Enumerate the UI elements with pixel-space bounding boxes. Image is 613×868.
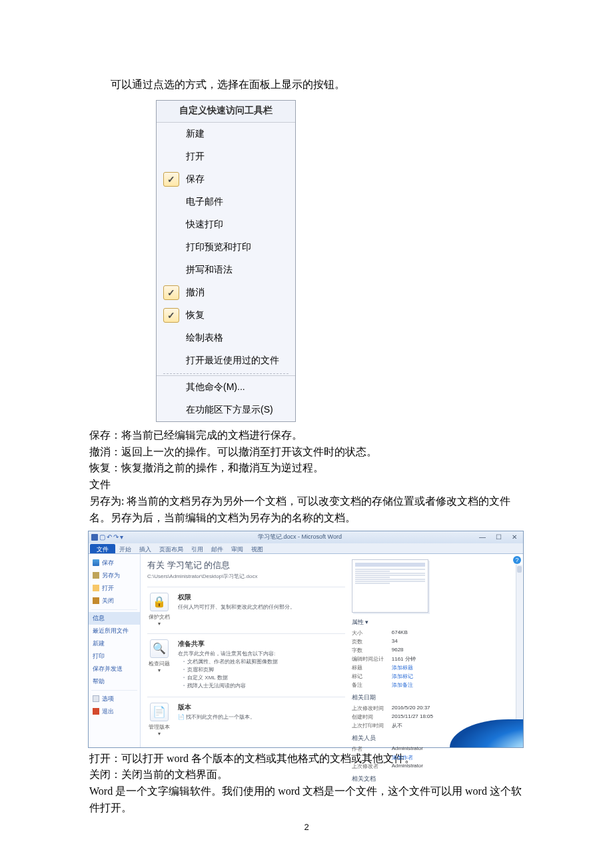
panel-versions: 📄 管理版本 ▾ 版本 📄 找不到此文件的上一个版本。 <box>147 697 345 737</box>
qat-label: 其他命令(M)... <box>186 381 245 393</box>
add-author-link[interactable]: 添加作者 <box>392 754 413 761</box>
nav-new[interactable]: 新建 <box>89 637 140 650</box>
versions-title: 版本 <box>178 703 345 712</box>
qat-redo-icon[interactable]: ↷ <box>113 533 119 541</box>
word-app-icon <box>91 534 98 541</box>
qat-item-printpreview[interactable]: 打印预览和打印 <box>157 236 295 259</box>
qat-item-new[interactable]: 新建 <box>157 123 295 145</box>
tab-insert[interactable]: 插入 <box>135 544 155 553</box>
qat-save-icon[interactable]: ▢ <box>99 533 105 541</box>
qat-item-email[interactable]: 电子邮件 <box>157 191 295 213</box>
tab-references[interactable]: 引用 <box>187 544 207 553</box>
qat-item-save[interactable]: ✓ 保存 <box>157 168 295 191</box>
qat-title: 自定义快速访问工具栏 <box>157 101 295 123</box>
prepare-item: 文档属性、作者的姓名和裁剪图像数据 <box>183 658 345 666</box>
protect-document-button[interactable]: 🔒 <box>150 593 169 611</box>
folder-close-icon <box>93 597 99 604</box>
help-icon[interactable]: ? <box>513 556 521 564</box>
versions-icon: 📄 <box>153 705 166 718</box>
qat-label: 打开最近使用过的文件 <box>186 355 279 367</box>
info-heading: 有关 学习笔记 的信息 <box>147 559 345 571</box>
qat-label: 在功能区下方显示(S) <box>186 404 273 416</box>
tab-file[interactable]: 文件 <box>90 544 115 553</box>
word-window: ▢ ↶ ↷ ▾ 学习笔记.docx - Microsoft Word — ☐ ✕… <box>88 531 524 748</box>
qat-label: 撤消 <box>186 287 205 299</box>
nav-info[interactable]: 信息 <box>89 612 140 625</box>
check-issues-button[interactable]: 🔍 <box>150 639 169 658</box>
add-title-link[interactable]: 添加标题 <box>392 664 413 671</box>
qat-show-below[interactable]: 在功能区下方显示(S) <box>157 399 295 421</box>
intro-line: 可以通过点选的方式，选择在面板上显示的按钮。 <box>89 77 524 93</box>
check-icon: ✓ <box>163 308 179 323</box>
check-icon: ✓ <box>163 172 179 187</box>
nav-help[interactable]: 帮助 <box>89 675 140 688</box>
backstage-nav: 保存 另存为 打开 关闭 信息 最近所用文件 新建 打印 保存并发送 帮助 选项… <box>89 554 141 747</box>
qat-label: 快速打印 <box>186 219 223 231</box>
exit-icon <box>93 708 99 715</box>
add-tag-link[interactable]: 添加标记 <box>392 673 413 680</box>
qat-undo-icon[interactable]: ↶ <box>107 533 112 541</box>
titlebar: ▢ ↶ ↷ ▾ 学习笔记.docx - Microsoft Word — ☐ ✕ <box>89 531 523 543</box>
qat-item-drawtable[interactable]: 绘制表格 <box>157 327 295 349</box>
permissions-title: 权限 <box>178 593 345 602</box>
nav-share[interactable]: 保存并发送 <box>89 663 140 675</box>
ribbon-tabstrip: 文件 开始 插入 页面布局 引用 邮件 审阅 视图 <box>89 543 523 554</box>
nav-close[interactable]: 关闭 <box>89 595 140 607</box>
dates-label: 相关日期 <box>352 693 516 702</box>
close-button[interactable]: ✕ <box>508 533 520 541</box>
nav-saveas[interactable]: 另存为 <box>89 569 140 582</box>
save-disk-icon <box>93 559 99 566</box>
tab-review[interactable]: 审阅 <box>227 544 247 553</box>
folder-open-icon <box>93 585 99 591</box>
tab-layout[interactable]: 页面布局 <box>155 544 187 553</box>
page-number: 2 <box>0 822 613 832</box>
panel-permissions: 🔒 保护文档 ▾ 权限 任何人均可打开、复制和更改此文档的任何部分。 <box>147 587 345 627</box>
nav-exit[interactable]: 退出 <box>89 705 140 718</box>
explain-saveas: 另存为: 将当前的文档另存为另外一个文档，可以改变文档的存储位置或者修改文档的文… <box>89 493 524 527</box>
qat-label: 恢复 <box>186 309 205 321</box>
tab-view[interactable]: 视图 <box>247 544 267 553</box>
qat-item-redo[interactable]: ✓ 恢复 <box>157 304 295 327</box>
qat-label: 打印预览和打印 <box>186 241 251 253</box>
nav-open[interactable]: 打开 <box>89 582 140 595</box>
qat-item-recent[interactable]: 打开最近使用过的文件 <box>157 349 295 372</box>
qat-more-commands[interactable]: 其他命令(M)... <box>157 376 295 399</box>
prepare-item: 残障人士无法阅读的内容 <box>183 682 345 690</box>
prepare-item: 自定义 XML 数据 <box>183 674 345 682</box>
nav-options[interactable]: 选项 <box>89 693 140 705</box>
properties-label[interactable]: 属性 ▾ <box>352 618 516 627</box>
manage-versions-button[interactable]: 📄 <box>150 703 169 721</box>
options-icon <box>93 695 99 702</box>
post-note: Word 是一个文字编辑软件。我们使用的 word 文档是一个文件，这个文件可以… <box>89 783 524 817</box>
info-path: C:\Users\Administrator\Desktop\学习笔记.docx <box>147 573 345 580</box>
maximize-button[interactable]: ☐ <box>492 533 504 541</box>
minimize-button[interactable]: — <box>476 533 488 541</box>
window-title: 学习笔记.docx - Microsoft Word <box>123 533 476 541</box>
add-comment-link[interactable]: 添加备注 <box>392 681 413 689</box>
prepare-desc: 在共享此文件前，请注意其包含以下内容: <box>178 650 345 658</box>
qat-label: 新建 <box>186 128 205 140</box>
nav-print[interactable]: 打印 <box>89 650 140 663</box>
qat-item-spelling[interactable]: 拼写和语法 <box>157 259 295 281</box>
saveas-icon <box>93 572 99 579</box>
document-thumbnail <box>352 559 428 613</box>
panel-prepare: 🔍 检查问题 ▾ 准备共享 在共享此文件前，请注意其包含以下内容: 文档属性、作… <box>147 633 345 690</box>
tab-home[interactable]: 开始 <box>115 544 135 553</box>
check-icon: ✓ <box>163 285 179 300</box>
explain-redo: 恢复：恢复撤消之前的操作，和撤消互为逆过程。 <box>89 460 524 477</box>
nav-recent[interactable]: 最近所用文件 <box>89 625 140 637</box>
explain-undo: 撤消：返回上一次的操作。可以撤消至打开该文件时的状态。 <box>89 444 524 461</box>
scroll-thumb[interactable] <box>517 566 522 573</box>
tab-mailings[interactable]: 邮件 <box>207 544 227 553</box>
qat-label: 绘制表格 <box>186 332 223 344</box>
qat-label: 电子邮件 <box>186 196 223 208</box>
qat-item-quickprint[interactable]: 快速打印 <box>157 213 295 236</box>
docs-label: 相关文档 <box>352 775 516 783</box>
qat-customize-menu: 自定义快速访问工具栏 新建 打开 ✓ 保存 电子邮件 快速打印 打印预览和打印 … <box>156 100 296 422</box>
lock-icon: 🔒 <box>153 595 166 608</box>
properties-list: 大小674KB 页数34 字数9628 编辑时间总计1161 分钟 标题添加标题… <box>352 629 516 689</box>
prepare-item: 页眉和页脚 <box>183 666 345 674</box>
qat-item-open[interactable]: 打开 <box>157 145 295 168</box>
nav-save[interactable]: 保存 <box>89 557 140 569</box>
qat-item-undo[interactable]: ✓ 撤消 <box>157 281 295 304</box>
